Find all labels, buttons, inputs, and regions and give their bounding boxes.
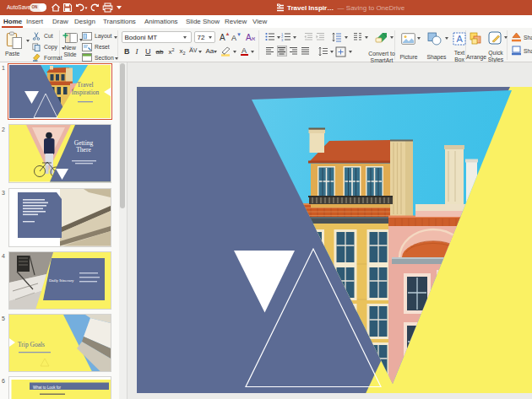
svg-text:Trip Goals: Trip Goals [18,341,45,348]
svg-text:There: There [76,146,91,154]
svg-text:What to Look for: What to Look for [33,386,62,390]
svg-text:A: A [457,34,464,44]
svg-text:3: 3 [281,38,284,42]
svg-text:Inspiration: Inspiration [72,88,100,95]
svg-text:Daily Itinerary: Daily Itinerary [49,278,74,282]
